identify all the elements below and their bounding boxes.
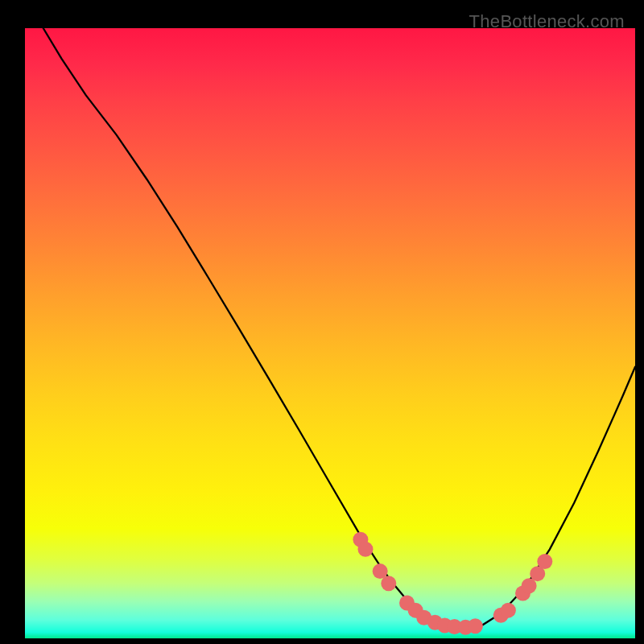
curve-marker	[501, 603, 516, 618]
plot-area	[25, 28, 635, 638]
bottleneck-curve	[25, 0, 635, 629]
curve-markers	[353, 532, 552, 635]
watermark: TheBottleneck.com	[469, 11, 625, 32]
curve-marker	[357, 542, 373, 557]
curve-layer	[25, 28, 635, 638]
curve-marker	[537, 554, 552, 569]
chart-frame: TheBottleneck.com	[8, 8, 636, 636]
curve-marker	[381, 576, 396, 591]
curve-marker	[468, 618, 483, 634]
